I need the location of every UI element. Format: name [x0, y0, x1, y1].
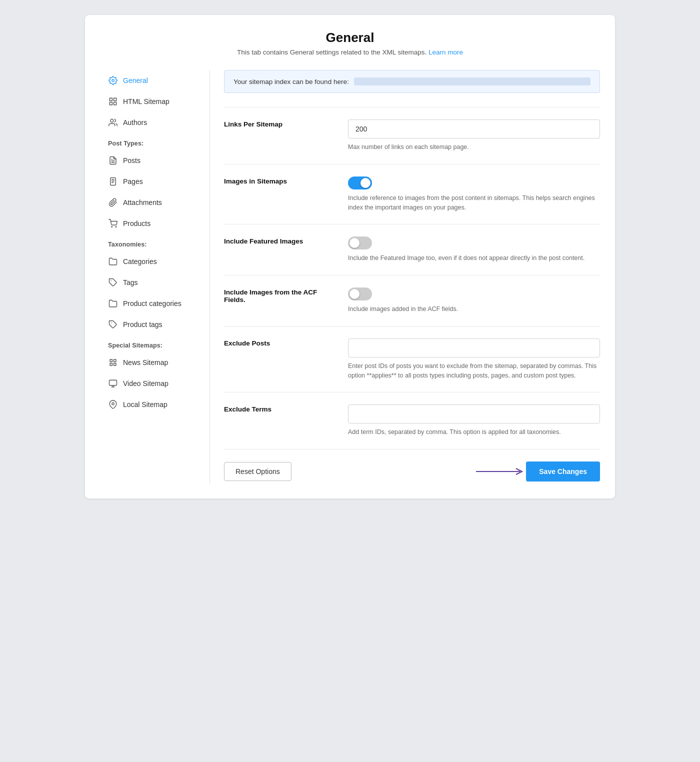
- footer-bar: Reset Options Save Changes: [224, 452, 600, 484]
- sidebar-label-tags: Tags: [123, 278, 138, 286]
- gear-icon: [108, 76, 118, 86]
- sidebar-label-pages: Pages: [123, 178, 143, 186]
- tag2-icon: [108, 320, 118, 330]
- toggle-thumb: [350, 289, 360, 299]
- setting-featured-images: Include Featured Images Include the Feat…: [224, 224, 600, 276]
- page-header: General This tab contains General settin…: [100, 30, 600, 56]
- svg-point-12: [112, 226, 112, 228]
- tag-icon: [108, 278, 118, 288]
- svg-rect-8: [110, 178, 116, 186]
- svg-point-0: [112, 80, 114, 82]
- acf-images-toggle[interactable]: [348, 288, 372, 300]
- map-pin-icon: [108, 400, 118, 410]
- learn-more-link[interactable]: Learn more: [428, 48, 463, 56]
- svg-rect-2: [114, 98, 116, 100]
- links-per-sitemap-desc: Max number of links on each sitemap page…: [348, 142, 600, 152]
- save-changes-button[interactable]: Save Changes: [526, 462, 600, 482]
- sidebar-label-authors: Authors: [123, 118, 147, 126]
- file-text-icon: [108, 156, 118, 166]
- exclude-posts-desc: Enter post IDs of posts you want to excl…: [348, 362, 600, 380]
- svg-point-5: [110, 119, 114, 122]
- sidebar: General HTML Sitemap Authors Post Types:: [100, 70, 210, 484]
- exclude-terms-input[interactable]: [348, 404, 600, 424]
- sidebar-label-news-sitemap: News Sitemap: [123, 358, 168, 366]
- grid-icon: [108, 96, 118, 106]
- images-in-sitemaps-control: Include reference to images from the pos…: [348, 176, 600, 212]
- sidebar-label-posts: Posts: [123, 156, 140, 164]
- section-label-taxonomies: Taxonomies:: [100, 234, 210, 251]
- sidebar-item-general[interactable]: General: [100, 70, 210, 91]
- users-icon: [108, 118, 118, 128]
- sitemap-url-bar: Your sitemap index can be found here:: [224, 70, 600, 93]
- sidebar-label-video-sitemap: Video Sitemap: [123, 380, 168, 388]
- main-container: General This tab contains General settin…: [85, 15, 615, 498]
- setting-exclude-posts: Exclude Posts Enter post IDs of posts yo…: [224, 326, 600, 393]
- featured-images-toggle[interactable]: [348, 236, 372, 250]
- page-title: General: [100, 30, 600, 46]
- arrow-decoration: [476, 466, 526, 478]
- exclude-terms-desc: Add term IDs, separated by comma. This o…: [348, 428, 600, 437]
- layout: General HTML Sitemap Authors Post Types:: [100, 70, 600, 484]
- page-subtitle: This tab contains General settings relat…: [100, 48, 600, 56]
- section-label-post-types: Post Types:: [100, 133, 210, 150]
- setting-acf-images: Include Images from the ACF Fields. Incl…: [224, 276, 600, 326]
- pages-icon: [108, 176, 118, 186]
- images-in-sitemaps-label: Images in Sitemaps: [224, 176, 334, 185]
- settings-section: Links Per Sitemap Max number of links on…: [224, 107, 600, 450]
- arrow-svg: [476, 466, 526, 478]
- sidebar-item-tags[interactable]: Tags: [100, 272, 210, 293]
- acf-images-control: Include images added in the ACF fields.: [348, 288, 600, 314]
- featured-toggle-wrap: [348, 236, 600, 250]
- exclude-posts-label: Exclude Posts: [224, 338, 334, 347]
- sidebar-item-posts[interactable]: Posts: [100, 150, 210, 171]
- svg-rect-1: [110, 98, 112, 100]
- links-per-sitemap-control: Max number of links on each sitemap page…: [348, 120, 600, 152]
- setting-images-in-sitemaps: Images in Sitemaps Include reference to …: [224, 164, 600, 225]
- sidebar-label-product-categories: Product categories: [123, 300, 182, 308]
- sidebar-label-local-sitemap: Local Sitemap: [123, 400, 168, 408]
- sidebar-item-categories[interactable]: Categories: [100, 251, 210, 272]
- exclude-terms-label: Exclude Terms: [224, 404, 334, 413]
- sitemap-url-value: [354, 78, 590, 86]
- svg-rect-3: [110, 102, 112, 105]
- setting-links-per-sitemap: Links Per Sitemap Max number of links on…: [224, 108, 600, 164]
- sidebar-item-product-tags[interactable]: Product tags: [100, 314, 210, 335]
- sidebar-item-video-sitemap[interactable]: Video Sitemap: [100, 373, 210, 394]
- sidebar-label-categories: Categories: [123, 258, 157, 266]
- sitemap-url-label: Your sitemap index can be found here:: [234, 78, 349, 86]
- featured-images-control: Include the Featured Image too, even if …: [348, 236, 600, 263]
- paperclip-icon: [108, 198, 118, 208]
- images-in-sitemaps-toggle[interactable]: [348, 176, 372, 190]
- svg-rect-4: [114, 102, 116, 105]
- sidebar-item-news-sitemap[interactable]: News Sitemap: [100, 352, 210, 373]
- save-area: Save Changes: [476, 462, 600, 482]
- acf-toggle-wrap: [348, 288, 600, 300]
- svg-rect-16: [110, 380, 117, 386]
- exclude-posts-input[interactable]: [348, 338, 600, 358]
- sidebar-item-product-categories[interactable]: Product categories: [100, 293, 210, 314]
- svg-point-19: [112, 402, 114, 405]
- sidebar-item-products[interactable]: Products: [100, 213, 210, 234]
- section-label-special: Special Sitemaps:: [100, 335, 210, 352]
- setting-exclude-terms: Exclude Terms Add term IDs, separated by…: [224, 392, 600, 450]
- folder2-icon: [108, 298, 118, 308]
- sidebar-item-attachments[interactable]: Attachments: [100, 192, 210, 213]
- sidebar-label-html-sitemap: HTML Sitemap: [123, 98, 170, 106]
- acf-images-desc: Include images added in the ACF fields.: [348, 304, 600, 314]
- links-per-sitemap-label: Links Per Sitemap: [224, 120, 334, 128]
- images-in-sitemaps-desc: Include reference to images from the pos…: [348, 194, 600, 212]
- sidebar-item-local-sitemap[interactable]: Local Sitemap: [100, 394, 210, 415]
- toggle-thumb: [360, 178, 370, 188]
- sidebar-item-authors[interactable]: Authors: [100, 112, 210, 133]
- acf-images-label: Include Images from the ACF Fields.: [224, 288, 334, 304]
- reset-options-button[interactable]: Reset Options: [224, 462, 292, 481]
- sidebar-label-product-tags: Product tags: [123, 320, 162, 328]
- sidebar-label-general: General: [123, 76, 148, 84]
- folder-icon: [108, 256, 118, 266]
- exclude-terms-control: Add term IDs, separated by comma. This o…: [348, 404, 600, 437]
- sidebar-item-html-sitemap[interactable]: HTML Sitemap: [100, 91, 210, 112]
- links-per-sitemap-input[interactable]: [348, 120, 600, 138]
- news-icon: [108, 358, 118, 368]
- sidebar-item-pages[interactable]: Pages: [100, 171, 210, 192]
- featured-images-label: Include Featured Images: [224, 236, 334, 245]
